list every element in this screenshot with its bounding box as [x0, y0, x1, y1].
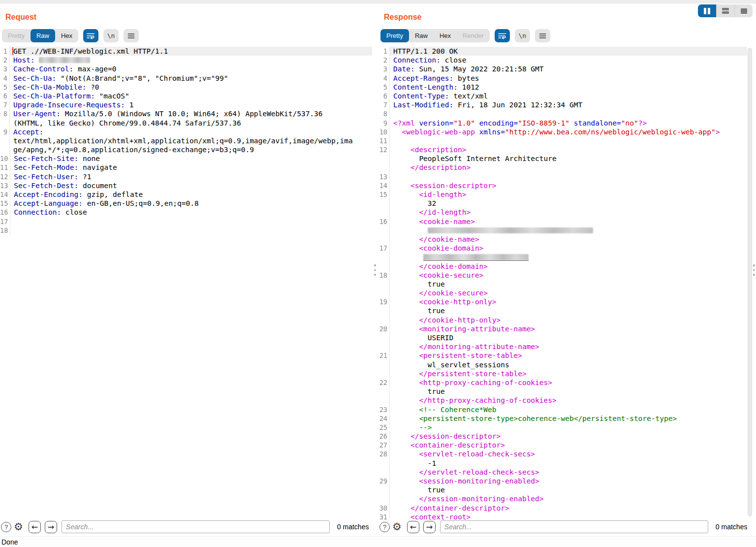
code-line: 13Sec-Fetch-Dest: document [0, 181, 372, 190]
line-number [378, 235, 390, 244]
response-match-count: 0 matches [716, 523, 748, 531]
line-number: 4 [0, 74, 10, 83]
code-line: true [378, 306, 747, 315]
response-editor[interactable]: 1HTTP/1.1 200 OK2Connection: close3Date:… [378, 47, 747, 519]
tab-pretty[interactable]: Pretty [380, 29, 409, 42]
code-line: ge/apng,*/*;q=0.8,application/signed-exc… [0, 145, 372, 154]
response-scrollbar[interactable] [748, 48, 752, 516]
line-number [378, 289, 390, 297]
code-line: </description> [378, 163, 747, 172]
single-pane-layout-icon [741, 8, 747, 14]
code-line: 8User-Agent: Mozilla/5.0 (Windows NT 10.… [0, 109, 372, 118]
code-line: 1HTTP/1.1 200 OK [378, 47, 747, 56]
line-number [0, 145, 10, 154]
line-number [378, 163, 390, 172]
tab-raw[interactable]: Raw [31, 29, 55, 42]
code-line: 6Content-Type: text/xml [378, 92, 747, 100]
redacted-value [428, 227, 593, 233]
line-number: 29 [378, 477, 390, 485]
code-line: 3Cache-Control: max-age=0 [0, 64, 372, 73]
line-number: 18 [378, 271, 390, 280]
layout-columns-button[interactable] [698, 4, 716, 17]
line-number [378, 208, 390, 217]
line-number: 8 [0, 109, 10, 118]
wrap-lines-icon [498, 32, 506, 39]
code-line: 23 <!-- Coherence*Web [378, 405, 747, 414]
line-number [378, 369, 390, 378]
code-line: true [378, 387, 747, 396]
search-help-icon[interactable]: ? [1, 522, 11, 532]
line-number: 12 [378, 145, 390, 154]
tab-hex[interactable]: Hex [55, 29, 78, 42]
show-newlines-button[interactable]: \n [103, 29, 119, 42]
line-number: 24 [378, 414, 390, 423]
code-line: </cookie-http-only> [378, 316, 747, 324]
line-number: 7 [0, 100, 10, 109]
editor-menu-button[interactable] [124, 29, 139, 42]
code-line: 32 [378, 199, 747, 208]
search-settings-gear-icon[interactable]: ⚙ [14, 522, 23, 532]
line-number: 16 [0, 208, 10, 217]
window-edge-grip[interactable] [753, 264, 755, 276]
code-line: 2Connection: close [378, 56, 747, 64]
line-number [378, 262, 390, 271]
line-number: 13 [0, 181, 10, 190]
line-number: 14 [378, 181, 390, 190]
request-search-input[interactable] [62, 520, 330, 533]
line-number [378, 226, 390, 235]
search-help-icon[interactable]: ? [379, 522, 390, 532]
line-number: 8 [378, 109, 390, 118]
panel-divider-grip[interactable] [374, 264, 376, 276]
layout-single-button[interactable] [734, 4, 753, 17]
line-number [0, 136, 10, 145]
line-number: 2 [378, 56, 390, 64]
search-next-button[interactable]: → [423, 521, 436, 533]
line-number: 6 [378, 92, 390, 100]
columns-layout-icon [704, 8, 711, 14]
tab-hex[interactable]: Hex [434, 29, 457, 42]
line-number: 5 [0, 83, 10, 92]
code-line: 15 <id-length> [378, 190, 747, 199]
line-number: 16 [378, 217, 390, 226]
status-bar: Done [0, 536, 756, 547]
code-line: 7Upgrade-Insecure-Requests: 1 [0, 100, 372, 109]
code-line: 2Host: [0, 56, 372, 64]
code-line: </session-monitoring-enabled> [378, 494, 747, 503]
response-tabbar: PrettyRawHexRender \n [380, 29, 550, 42]
wrap-lines-button[interactable] [495, 29, 510, 42]
response-searchbar: ? ⚙ ← → 0 matches [378, 519, 756, 534]
text-cursor [12, 47, 13, 55]
line-number: 6 [0, 92, 10, 100]
request-editor[interactable]: 1GET .//WEB-INF/weblogic.xml HTTP/1.12Ho… [0, 47, 372, 519]
wrap-lines-button[interactable] [83, 29, 98, 42]
response-search-input[interactable] [440, 520, 708, 533]
line-number: 22 [378, 378, 390, 387]
search-next-button[interactable]: → [45, 521, 57, 533]
line-number: 12 [0, 172, 10, 181]
line-number: 3 [378, 64, 390, 73]
line-number: 30 [378, 504, 390, 513]
response-panel: Response PrettyRawHexRender \n 1HTTP/1.1… [378, 0, 756, 547]
code-line: 31 <context-root> [378, 513, 747, 519]
line-number [0, 119, 10, 128]
editor-menu-button[interactable] [535, 29, 550, 42]
code-line: 18 [0, 226, 372, 235]
code-line: 20 <monitoring-attribute-name> [378, 324, 747, 333]
show-newlines-button[interactable]: \n [515, 29, 530, 42]
code-line: 17 [0, 217, 372, 226]
line-number: 7 [378, 100, 390, 109]
code-line: true [378, 280, 747, 289]
search-settings-gear-icon[interactable]: ⚙ [392, 522, 402, 532]
layout-rows-button[interactable] [716, 4, 734, 17]
line-number: 20 [378, 324, 390, 333]
code-line: </monitoring-attribute-name> [378, 342, 747, 351]
search-prev-button[interactable]: ← [29, 521, 41, 533]
tab-raw[interactable]: Raw [409, 29, 434, 42]
code-line: 27 <container-descriptor> [378, 441, 747, 450]
code-line: 11 [378, 136, 747, 145]
menu-icon [127, 33, 135, 39]
search-prev-button[interactable]: ← [407, 521, 419, 533]
line-number [378, 459, 390, 468]
code-line: true [378, 485, 747, 494]
line-number: 11 [378, 136, 390, 145]
